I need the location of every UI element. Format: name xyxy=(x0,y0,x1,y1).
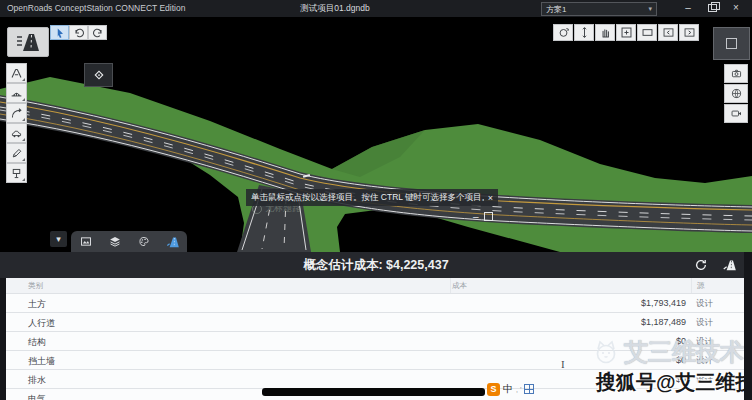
road-tool-button[interactable] xyxy=(6,63,27,83)
camera-icon xyxy=(730,67,743,80)
diamond-icon xyxy=(92,68,106,82)
app-window: OpenRoads ConceptStation CONNECT Edition… xyxy=(0,0,752,400)
vehicle-tool-button[interactable] xyxy=(6,123,27,143)
cursor-icon xyxy=(54,27,66,39)
undo-icon xyxy=(73,27,85,39)
pan-view-button[interactable] xyxy=(595,24,615,41)
sign-icon xyxy=(10,167,23,180)
cost-estimate-panel: 概念估计成本: $4,225,437 类别 成本 源 xyxy=(0,252,752,400)
redaction-bar xyxy=(262,388,485,396)
cube-icon xyxy=(726,38,737,49)
ime-grid-icon[interactable] xyxy=(524,384,534,394)
road-logo-icon xyxy=(15,31,41,53)
image-icon xyxy=(79,235,93,248)
table-row[interactable]: 土方 $1,793,419 设计 xyxy=(6,293,744,312)
layers-icon xyxy=(108,235,122,248)
furniture-tool-button[interactable] xyxy=(6,163,27,183)
title-bar: OpenRoads ConceptStation CONNECT Edition… xyxy=(0,0,752,17)
view-next-icon xyxy=(683,26,696,39)
undo-button[interactable] xyxy=(69,25,88,40)
walk-arrows-icon xyxy=(578,26,591,39)
restore-button[interactable] xyxy=(702,0,722,16)
previous-view-button[interactable] xyxy=(658,24,678,41)
chevron-down-icon: ▾ xyxy=(648,5,652,13)
redo-icon xyxy=(92,27,104,39)
video-button[interactable] xyxy=(724,104,748,123)
column-header-category: 类别 xyxy=(28,281,43,291)
watermark-faint: 艾三维技术 xyxy=(592,336,744,368)
panel-right-edge xyxy=(744,252,752,400)
camera-button[interactable] xyxy=(724,64,748,83)
tooltip-window-controls: – xyxy=(473,212,493,221)
bottom-tab-bar xyxy=(71,231,187,252)
cost-table-header: 类别 成本 源 xyxy=(6,278,744,293)
camera-toolbar xyxy=(724,64,748,123)
tooltip-message: 单击鼠标或点按以选择项目。按住 CTRL 键时可选择多个项目。 xyxy=(251,192,484,204)
tab-layers[interactable] xyxy=(103,233,127,251)
tab-materials[interactable] xyxy=(132,233,156,251)
video-camera-icon xyxy=(730,107,743,120)
ime-dots-icon: , ’ xyxy=(516,386,521,393)
next-view-button[interactable] xyxy=(679,24,699,41)
globe-view-button[interactable] xyxy=(724,84,748,103)
scheme-dropdown[interactable]: 方案1 ▾ xyxy=(541,2,657,16)
scheme-dropdown-value: 方案1 xyxy=(546,4,566,15)
app-title: OpenRoads ConceptStation CONNECT Edition xyxy=(7,3,185,13)
road-small-icon xyxy=(722,258,737,272)
hand-icon xyxy=(599,26,612,39)
palette-icon xyxy=(137,235,151,248)
zoom-in-box-icon xyxy=(620,26,633,39)
refresh-button[interactable] xyxy=(692,257,710,273)
fit-view-button[interactable] xyxy=(637,24,657,41)
sogou-logo-icon[interactable]: S xyxy=(487,383,500,396)
chevron-down-icon: ▾ xyxy=(56,234,61,244)
globe-icon xyxy=(730,87,743,100)
view-navigation-toolbar xyxy=(553,24,699,41)
cost-settings-button[interactable] xyxy=(720,257,738,273)
sketch-tool-button[interactable] xyxy=(6,143,27,163)
view-previous-icon xyxy=(662,26,675,39)
design-tools-toolbar xyxy=(6,63,27,183)
car-icon xyxy=(10,127,23,140)
minimize-button[interactable]: – xyxy=(678,0,698,16)
viewport-3d[interactable]: 单击鼠标或点按以选择项目。按住 CTRL 键时可选择多个项目。 × – 无标题路… xyxy=(0,17,752,252)
app-logo-button[interactable] xyxy=(7,27,49,57)
fit-rectangle-icon xyxy=(641,26,654,39)
view-cube[interactable] xyxy=(713,27,750,60)
cost-panel-title: 概念估计成本: $4,225,437 xyxy=(303,257,448,274)
redo-button[interactable] xyxy=(88,25,107,40)
watermark-bold: 搜狐号@艾三维技术 xyxy=(596,369,752,396)
road-estimate-icon xyxy=(165,235,180,249)
text-cursor: I xyxy=(561,358,565,370)
curve-icon xyxy=(10,107,23,120)
snap-diamond-button[interactable] xyxy=(84,63,113,87)
edit-toolbar xyxy=(50,25,107,40)
column-header-source: 源 xyxy=(697,281,705,291)
cost-panel-header: 概念估计成本: $4,225,437 xyxy=(0,252,752,278)
bridge-tool-button[interactable] xyxy=(6,83,27,103)
ime-toolbar: S 中 , ’ xyxy=(487,382,534,396)
pencil-icon xyxy=(10,147,23,160)
zoom-window-button[interactable] xyxy=(616,24,636,41)
column-header-cost: 成本 xyxy=(452,281,467,291)
bridge-icon xyxy=(10,87,23,100)
restore-icon xyxy=(708,4,717,12)
refresh-icon xyxy=(694,258,708,272)
tooltip-close-icon[interactable]: × xyxy=(488,193,493,203)
selection-tooltip: 单击鼠标或点按以选择项目。按住 CTRL 键时可选择多个项目。 × xyxy=(246,189,498,206)
panel-collapse-button[interactable]: ▾ xyxy=(50,231,67,247)
document-name: 测试项目01.dgndb xyxy=(270,3,400,15)
ime-mode-indicator[interactable]: 中 xyxy=(503,382,513,396)
select-tool-button[interactable] xyxy=(50,25,69,40)
minimize-icon[interactable]: – xyxy=(473,214,479,220)
orbit-view-button[interactable] xyxy=(553,24,573,41)
close-button[interactable]: × xyxy=(726,0,746,16)
road-fork-icon xyxy=(10,67,23,80)
walk-view-button[interactable] xyxy=(574,24,594,41)
tab-cost-estimate-active[interactable] xyxy=(161,233,185,251)
tab-snapshots[interactable] xyxy=(74,233,98,251)
curve-tool-button[interactable] xyxy=(6,103,27,123)
cat-logo-icon xyxy=(592,340,620,364)
maximize-icon[interactable] xyxy=(484,212,493,221)
table-row[interactable]: 人行道 $1,187,489 设计 xyxy=(6,312,744,331)
